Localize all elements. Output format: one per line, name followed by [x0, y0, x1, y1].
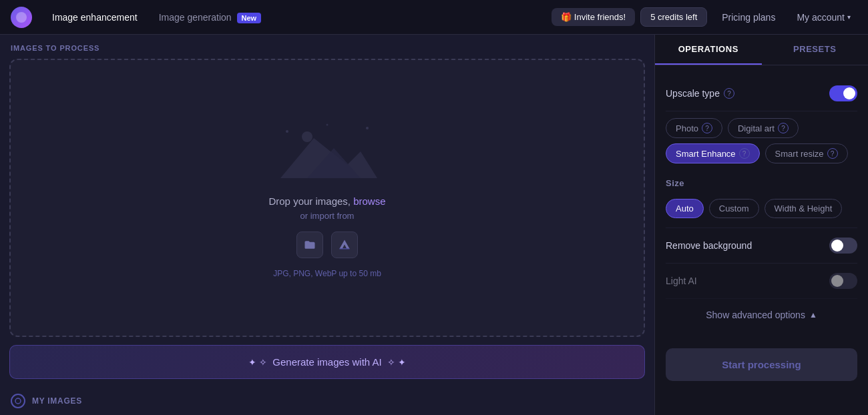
smart-resize-info-icon[interactable]: ? [827, 148, 838, 159]
start-processing-button[interactable]: Start processing [666, 348, 857, 381]
light-ai-label: Light AI [666, 276, 697, 286]
folder-icon [303, 238, 316, 252]
light-ai-toggle[interactable] [829, 273, 857, 289]
show-advanced-row[interactable]: Show advanced options ▲ [666, 299, 857, 331]
size-chips: Auto Custom Width & Height [666, 192, 857, 225]
generate-ai-button[interactable]: ✦ ✧ Generate images with AI ✧ ✦ [9, 345, 645, 379]
remove-bg-toggle[interactable] [829, 238, 857, 254]
chevron-up-icon: ▲ [809, 310, 817, 320]
chip-custom[interactable]: Custom [709, 199, 759, 218]
svg-point-3 [286, 130, 288, 133]
nav-tab-image-enhancement[interactable]: Image enhancement [43, 8, 147, 27]
light-ai-section: Light AI [666, 264, 857, 299]
main-layout: IMAGES TO PROCESS Drop your images, brow… [0, 35, 868, 415]
pricing-button[interactable]: Pricing plans [712, 8, 785, 27]
import-text: or import from [300, 211, 355, 221]
chip-width-height[interactable]: Width & Height [765, 199, 843, 218]
remove-bg-label: Remove background [666, 240, 752, 251]
drive-icon [338, 238, 351, 252]
chip-photo[interactable]: Photo ? [666, 118, 722, 138]
operations-tabs: OPERATIONS PRESETS [655, 35, 868, 65]
my-images-icon [11, 394, 25, 408]
invite-button[interactable]: 🎁 Invite friends! [552, 8, 635, 26]
import-icons [296, 232, 358, 258]
images-section-label: IMAGES TO PROCESS [0, 35, 654, 59]
svg-point-4 [366, 127, 369, 129]
upload-illustration [274, 118, 381, 185]
svg-point-6 [15, 398, 21, 404]
size-label: Size [666, 170, 857, 192]
photo-info-icon[interactable]: ? [702, 123, 712, 133]
upscale-info-icon[interactable]: ? [724, 88, 734, 99]
drive-import-button[interactable] [331, 232, 358, 258]
svg-point-0 [302, 131, 312, 142]
upscale-toggle[interactable] [829, 85, 857, 101]
sparkle-right-icon: ✧ ✦ [387, 357, 406, 368]
right-panel: OPERATIONS PRESETS Upscale type ? Photo … [654, 35, 868, 415]
logo [11, 7, 32, 28]
drop-zone[interactable]: Drop your images, browse or import from … [9, 59, 645, 337]
chevron-down-icon: ▾ [847, 13, 851, 21]
chip-smart-resize[interactable]: Smart resize ? [765, 143, 848, 163]
chip-smart-enhance[interactable]: Smart Enhance ? [666, 143, 760, 163]
sparkle-left-icon: ✦ ✧ [248, 357, 267, 368]
upscale-type-section: Upscale type ? [666, 76, 857, 111]
account-button[interactable]: My account ▾ [790, 8, 857, 27]
tab-presets[interactable]: PRESETS [762, 35, 869, 65]
digital-art-info-icon[interactable]: ? [778, 123, 789, 133]
left-panel: IMAGES TO PROCESS Drop your images, brow… [0, 35, 654, 415]
svg-point-5 [327, 123, 329, 125]
my-images-row[interactable]: MY IMAGES [0, 387, 654, 415]
smart-enhance-info-icon[interactable]: ? [739, 148, 750, 159]
folder-import-button[interactable] [296, 232, 323, 258]
nav-tabs: Image enhancement Image generation New [43, 8, 270, 27]
credits-button[interactable]: 5 credits left [640, 7, 707, 27]
ops-content: Upscale type ? Photo ? Digital art ? Sma… [655, 65, 868, 342]
new-badge: New [237, 13, 262, 23]
upscale-label: Upscale type ? [666, 88, 734, 99]
nav-tab-image-generation[interactable]: Image generation New [150, 8, 270, 27]
upscale-chips: Photo ? Digital art ? Smart Enhance ? Sm… [666, 111, 857, 170]
chip-auto[interactable]: Auto [666, 199, 704, 218]
my-images-label: MY IMAGES [32, 396, 82, 406]
drop-text: Drop your images, browse [268, 195, 385, 207]
tab-operations[interactable]: OPERATIONS [655, 35, 762, 65]
remove-bg-section: Remove background [666, 228, 857, 264]
chip-digital-art[interactable]: Digital art ? [728, 118, 799, 138]
browse-link[interactable]: browse [353, 195, 385, 207]
file-types-label: JPG, PNG, WebP up to 50 mb [273, 269, 381, 278]
header: Image enhancement Image generation New 🎁… [0, 0, 868, 35]
